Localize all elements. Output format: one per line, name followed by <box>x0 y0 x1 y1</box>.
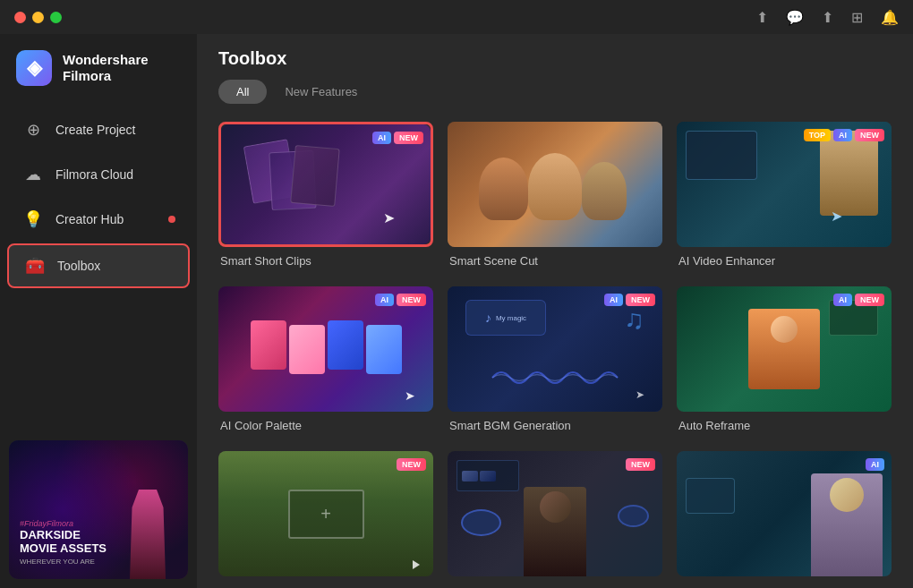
nav-label-toolbox: Toolbox <box>57 259 100 273</box>
billboard-icon: + <box>320 504 331 524</box>
blonde-content <box>677 451 892 576</box>
nav-label-filmora-cloud: Filmora Cloud <box>55 167 133 182</box>
main-content: Toolbox All New Features ➤ AI NEW <box>197 0 913 588</box>
music-icon: ♪ <box>485 311 491 325</box>
overlay-card-3 <box>290 145 339 207</box>
music-text: My magic <box>496 314 526 322</box>
badge-top-3: TOP <box>804 129 831 141</box>
grid-icon[interactable]: ⊞ <box>851 9 863 26</box>
dark-circle-2 <box>618 505 649 527</box>
sidebar-item-toolbox[interactable]: 🧰 Toolbox <box>7 243 190 288</box>
badge-new-5: NEW <box>626 294 655 306</box>
content-header: Toolbox All New Features <box>197 34 913 115</box>
grid-item-smart-short-clips[interactable]: ➤ AI NEW Smart Short Clips <box>218 122 433 272</box>
violin-figure <box>820 131 878 216</box>
grid-item-smart-bgm[interactable]: ♪ My magic ♫ ➤ AI NEW <box>448 286 662 437</box>
badge-new-4: NEW <box>397 294 426 306</box>
cloud-icon: ☁ <box>23 165 43 184</box>
chat-icon[interactable]: 💬 <box>786 9 804 26</box>
sidebar-item-create-project[interactable]: ⊕ Create Project <box>7 109 190 150</box>
dark-circle-1 <box>461 509 501 536</box>
grid-item-ai-color-palette[interactable]: ➤ AI NEW AI Color Palette <box>218 286 433 437</box>
cursor-icon-3: ➤ <box>405 388 415 403</box>
label-smart-scene-cut: Smart Scene Cut <box>448 254 662 268</box>
badge-ai-1: AI <box>372 132 391 144</box>
music-note-icon: ♫ <box>625 304 645 335</box>
badge-new-7: NEW <box>397 458 426 471</box>
label-ai-video-enhancer: AI Video Enhancer <box>677 254 892 268</box>
grid-item-ai-video-enhancer[interactable]: ➤ TOP AI NEW AI Video Enhancer <box>677 122 892 272</box>
sidebar-item-filmora-cloud[interactable]: ☁ Filmora Cloud <box>7 154 190 195</box>
minimize-button[interactable] <box>32 12 44 23</box>
screen-mini-1 <box>462 471 478 481</box>
toolbox-icon: 🧰 <box>25 256 45 276</box>
window-controls <box>14 12 62 23</box>
blonde-person-body <box>811 473 883 576</box>
toolbox-grid: ➤ AI NEW Smart Short Clips <box>197 115 913 588</box>
label-smart-bgm: Smart BGM Generation <box>448 419 662 432</box>
grid-item-9[interactable]: AI <box>677 451 892 588</box>
reframe-head <box>771 316 798 343</box>
bell-icon[interactable]: 🔔 <box>881 9 899 26</box>
nav-label-creator-hub: Creator Hub <box>55 212 124 226</box>
cursor-icon-2: ➤ <box>831 208 842 225</box>
titlebar-actions: ⬆ 💬 ⬆ ⊞ 🔔 <box>756 9 899 26</box>
promo-hashtag: #FridayFilmora <box>20 519 188 528</box>
dark-screens <box>462 471 496 481</box>
cursor-icon-4: ➤ <box>636 388 644 401</box>
dark-person-head <box>540 491 571 523</box>
badge-group-8: NEW <box>626 458 655 471</box>
thumbnail-8: NEW <box>448 451 662 576</box>
thumbnail-9: AI <box>677 451 892 576</box>
screen-mini-2 <box>480 471 496 481</box>
face-2 <box>528 153 582 220</box>
promo-banner[interactable]: #FridayFilmora DARKSIDE MOVIE ASSETS WHE… <box>9 440 188 579</box>
page-title: Toolbox <box>218 48 892 69</box>
thumbnail-ai-video-enhancer: ➤ TOP AI NEW <box>677 122 892 247</box>
promo-title2: MOVIE ASSETS <box>20 541 188 556</box>
grid-item-smart-scene-cut[interactable]: Smart Scene Cut <box>448 122 662 272</box>
logo-icon: ◈ <box>16 50 52 86</box>
billboard-board: + <box>288 490 364 539</box>
logo-text: Wondershare Filmora <box>63 52 149 84</box>
titlebar: ⬆ 💬 ⬆ ⊞ 🔔 <box>0 0 913 34</box>
people-bg <box>448 122 662 247</box>
badge-new-1: NEW <box>394 132 423 144</box>
tab-all[interactable]: All <box>218 80 267 104</box>
thumbnail-smart-bgm: ♪ My magic ♫ ➤ AI NEW <box>448 286 662 412</box>
label-auto-reframe: Auto Reframe <box>677 419 892 432</box>
blonde-head <box>830 478 864 512</box>
badge-group-9: AI <box>866 458 884 471</box>
sidebar-item-creator-hub[interactable]: 💡 Creator Hub <box>7 199 190 240</box>
grid-item-7[interactable]: + NEW <box>218 451 433 588</box>
blonde-overlay <box>686 478 735 514</box>
dark-person-body <box>524 487 586 576</box>
badge-new-8: NEW <box>626 458 655 471</box>
app-logo: ◈ Wondershare Filmora <box>0 34 197 107</box>
badge-group-3: TOP AI NEW <box>804 129 884 141</box>
grid-item-8[interactable]: NEW <box>448 451 662 588</box>
promo-text-block: #FridayFilmora DARKSIDE MOVIE ASSETS WHE… <box>20 519 188 566</box>
badge-ai-3: AI <box>833 129 852 141</box>
badge-group-5: AI NEW <box>604 294 655 306</box>
tab-new-features[interactable]: New Features <box>267 80 375 104</box>
share-icon[interactable]: ⬆ <box>756 9 768 26</box>
promo-title1: DARKSIDE <box>20 528 188 542</box>
maximize-button[interactable] <box>50 12 62 23</box>
col-card-4 <box>366 325 402 374</box>
badge-group-4: AI NEW <box>375 294 426 306</box>
col-card-2 <box>289 325 325 374</box>
thumbnail-smart-short-clips: ➤ AI NEW <box>218 122 433 247</box>
col-card-1 <box>251 320 286 370</box>
people-faces <box>448 122 662 247</box>
badge-ai-4: AI <box>375 294 394 306</box>
badge-ai-6: AI <box>833 294 852 306</box>
tab-bar: All New Features <box>218 80 892 104</box>
promo-subtitle: WHEREVER YOU ARE <box>20 558 188 566</box>
badge-group-6: AI NEW <box>833 294 884 306</box>
upload-icon[interactable]: ⬆ <box>822 9 833 26</box>
close-button[interactable] <box>14 12 26 23</box>
thumbnail-auto-reframe: AI NEW <box>677 286 892 412</box>
grid-item-auto-reframe[interactable]: AI NEW Auto Reframe <box>677 286 892 437</box>
thumbnail-7: + NEW <box>218 451 433 576</box>
